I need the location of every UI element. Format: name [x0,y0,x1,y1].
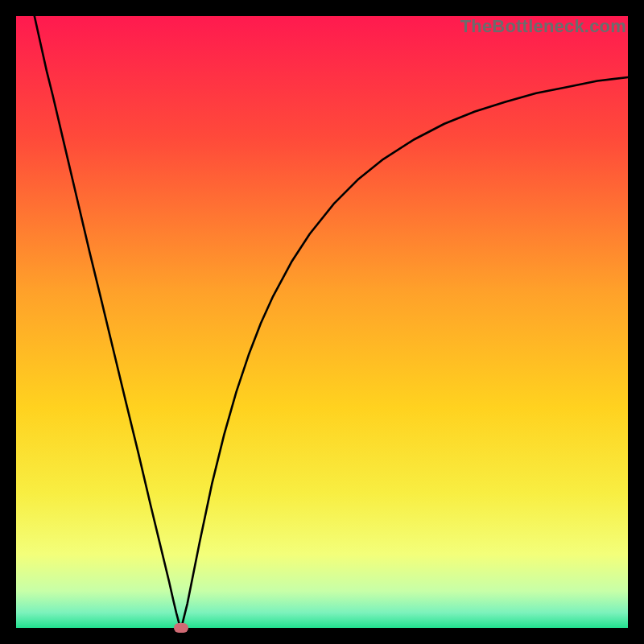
optimal-marker [174,623,188,633]
chart-frame: TheBottleneck.com [16,16,628,628]
chart-canvas [16,16,628,628]
watermark-text: TheBottleneck.com [460,16,626,37]
gradient-background [16,16,628,628]
